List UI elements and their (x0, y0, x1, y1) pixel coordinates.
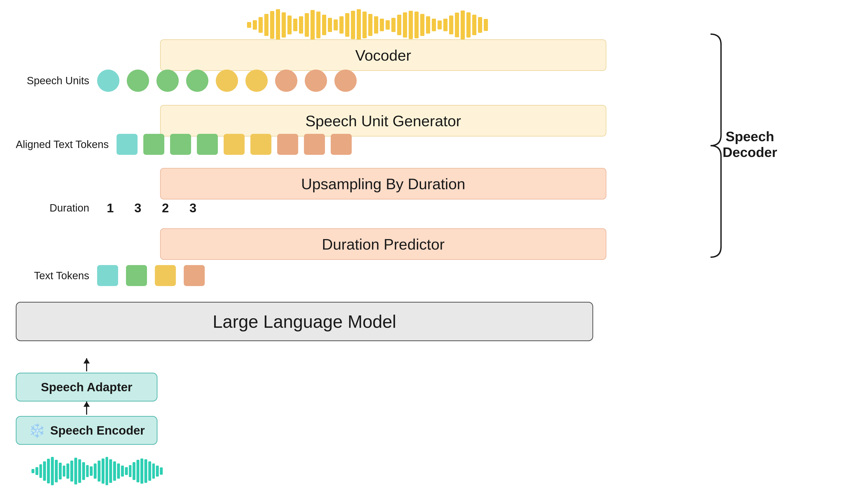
aligned-token (304, 134, 325, 155)
waveform-bar (259, 17, 263, 33)
waveform-bar (472, 15, 476, 35)
waveform-bar (140, 459, 143, 484)
aligned-token (223, 134, 245, 155)
speech-adapter-box: Speech Adapter (16, 373, 157, 402)
waveform-bar (305, 13, 309, 37)
waveform-bar (334, 19, 338, 30)
speech-unit-circle (97, 69, 120, 92)
waveform-bar (293, 19, 297, 31)
waveform-bar (253, 20, 257, 30)
vocoder-box: Vocoder (160, 40, 606, 71)
aligned-token (331, 134, 352, 155)
waveform-bar (47, 459, 50, 483)
duration-predictor-label: Duration Predictor (322, 235, 444, 253)
speech-unit-circle (216, 69, 238, 92)
waveform-bar (247, 22, 251, 28)
waveform-bar (160, 467, 163, 475)
duration-row-label: Duration (16, 202, 89, 214)
waveform-bar (276, 9, 280, 41)
waveform-bar (66, 463, 69, 478)
waveform-bar (288, 15, 292, 34)
waveform-bar (59, 463, 62, 479)
waveform-bar (121, 466, 124, 477)
text-tokens-label: Text Tokens (16, 270, 89, 282)
waveform-bar (397, 15, 401, 35)
speech-unit-generator-box: Speech Unit Generator (160, 105, 606, 137)
speech-encoder-box: ❄️ Speech Encoder (16, 416, 157, 445)
waveform-bar (380, 19, 384, 31)
text-tokens-row: Text Tokens (16, 265, 205, 286)
waveform-bar (144, 459, 147, 483)
waveform-bar (129, 465, 132, 477)
waveform-bar (137, 460, 139, 482)
speech-unit-circle (186, 69, 208, 92)
waveform-bar (420, 14, 424, 36)
waveform-bar (78, 459, 81, 483)
text-token (184, 265, 205, 286)
waveform-bar (55, 460, 58, 482)
upsampling-label: Upsampling By Duration (301, 175, 465, 192)
speech-unit-circle (127, 69, 149, 92)
waveform-bar (409, 11, 413, 39)
llm-box: Large Language Model (16, 302, 593, 341)
waveform-bar (339, 16, 344, 34)
waveform-bar (282, 12, 286, 37)
waveform-bar (478, 17, 482, 33)
arrow-adapter-to-llm (86, 358, 87, 371)
waveform-bar (461, 11, 465, 40)
waveform-bar (322, 15, 326, 35)
waveform-bar (82, 462, 85, 480)
waveform-bar (391, 18, 396, 32)
waveform-bar (133, 462, 136, 480)
waveform-bar (449, 15, 453, 34)
aligned-token (117, 134, 138, 155)
waveform-bar (51, 457, 54, 485)
waveform-bar (109, 459, 112, 483)
aligned-token (143, 134, 164, 155)
duration-value: 3 (186, 201, 200, 215)
duration-value: 3 (131, 201, 144, 215)
waveform-bar (35, 467, 38, 475)
aligned-tokens-label: Aligned Text Tokens (16, 139, 109, 150)
waveform-bar (63, 466, 66, 477)
waveform-bar (345, 13, 350, 37)
waveform-bar (443, 19, 448, 31)
waveform-bar (156, 466, 159, 477)
waveform-bar (43, 461, 46, 481)
aligned-tokens-row: Aligned Text Tokens (16, 134, 352, 155)
waveform-bar (270, 11, 274, 39)
waveform-bar (316, 12, 321, 38)
duration-value: 1 (104, 201, 117, 215)
waveform-bar (374, 16, 378, 34)
waveform-bar (362, 12, 367, 38)
waveform-bar (403, 12, 407, 37)
waveform-bar (310, 10, 315, 40)
waveform-bar (328, 18, 332, 32)
speech-units-circles (97, 69, 357, 92)
text-token (126, 265, 147, 286)
diagram-container: Vocoder Speech Units Speech Unit Generat… (0, 0, 868, 496)
waveform-bar (148, 461, 151, 481)
aligned-token (170, 134, 191, 155)
waveform-bar (455, 13, 459, 37)
text-token-squares (97, 265, 205, 286)
waveform-bar (426, 16, 430, 34)
waveform-bar (466, 12, 470, 37)
speech-unit-circle (305, 69, 327, 92)
waveform-bar (368, 14, 372, 36)
waveform-bar (113, 461, 116, 481)
speech-unit-circle (275, 69, 297, 92)
waveform-bar (31, 469, 34, 474)
waveform-bar (90, 466, 93, 476)
waveform-bar (94, 463, 97, 478)
waveform-bar (357, 9, 361, 41)
waveform-bar (152, 463, 155, 478)
speech-decoder-label: Speech Decoder (718, 128, 781, 160)
speech-units-row: Speech Units (16, 69, 357, 92)
waveform-bar (98, 461, 100, 481)
waveform-bar (299, 16, 303, 34)
speech-unit-circle (156, 69, 179, 92)
aligned-token (250, 134, 272, 155)
llm-label: Large Language Model (213, 311, 396, 332)
waveform-bar (264, 14, 268, 36)
